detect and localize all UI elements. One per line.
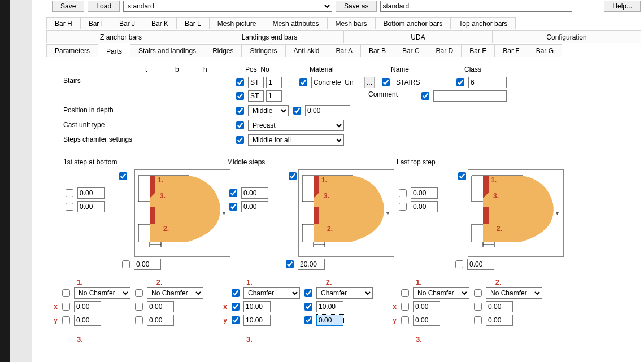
s3-x1[interactable]	[413, 301, 440, 312]
tab-mesh-bars[interactable]: Mesh bars	[327, 17, 376, 29]
tab-bar-e[interactable]: Bar E	[461, 44, 495, 57]
s3-chk2[interactable]	[399, 203, 407, 211]
s3-dropdown-icon[interactable]	[556, 209, 564, 217]
chk-class[interactable]	[456, 78, 464, 86]
s1-chk2[interactable]	[66, 203, 73, 211]
s2-x1-chk[interactable]	[232, 303, 240, 311]
s3-x1-chk[interactable]	[401, 303, 409, 311]
tab-parameters[interactable]: Parameters	[46, 44, 98, 57]
s2-y2-chk[interactable]	[304, 316, 312, 324]
chk-comment[interactable]	[421, 92, 429, 100]
tab-bar-i[interactable]: Bar I	[80, 17, 111, 29]
s2-c2-chk[interactable]	[304, 289, 312, 297]
tab-bar-b[interactable]: Bar B	[360, 44, 394, 57]
tab-bar-c[interactable]: Bar C	[394, 44, 428, 57]
s2-chk-top[interactable]	[289, 172, 297, 180]
s1-c1-chk[interactable]	[62, 289, 70, 297]
s2-x2[interactable]	[316, 301, 343, 312]
s3-v1[interactable]	[411, 187, 438, 199]
s2-c1-chk[interactable]	[232, 289, 240, 297]
s3-y1[interactable]	[413, 315, 440, 326]
s2-v1[interactable]	[241, 187, 268, 199]
tab-bar-l[interactable]: Bar L	[176, 17, 210, 29]
class-input[interactable]	[468, 77, 507, 88]
tab-bar-d[interactable]: Bar D	[428, 44, 462, 57]
s1-x1-chk[interactable]	[62, 303, 70, 311]
s2-c1[interactable]: Chamfer	[243, 287, 300, 299]
tab-bar-g[interactable]: Bar G	[528, 44, 562, 57]
chamfer-combo[interactable]: Middle for all	[248, 134, 344, 146]
chk-posno-1[interactable]	[236, 78, 244, 86]
s2-x2-chk[interactable]	[304, 303, 312, 311]
material-browse-button[interactable]: ...	[364, 77, 375, 88]
s1-v2[interactable]	[77, 201, 105, 212]
preset-left-combo[interactable]: standard	[123, 1, 332, 12]
chk-posdepth-val[interactable]	[293, 107, 301, 115]
tab-bar-h[interactable]: Bar H	[46, 17, 81, 29]
tab-mesh-picture[interactable]: Mesh picture	[209, 17, 265, 29]
tab-config[interactable]: Configuration	[492, 30, 641, 43]
tab-bar-f[interactable]: Bar F	[494, 44, 528, 57]
tab-parts[interactable]: Parts	[98, 45, 130, 58]
s2-v2[interactable]	[241, 201, 268, 212]
s1-x2[interactable]	[147, 301, 174, 312]
tab-uda[interactable]: UDA	[343, 30, 493, 43]
s3-v3[interactable]	[467, 259, 494, 270]
s3-y1-chk[interactable]	[401, 316, 409, 324]
s2-dropdown-icon[interactable]	[386, 209, 394, 217]
tab-anti-skid[interactable]: Anti-skid	[285, 44, 328, 57]
s1-x1[interactable]	[74, 301, 101, 312]
cast-combo[interactable]: Precast	[248, 120, 344, 131]
tab-bar-j[interactable]: Bar J	[111, 17, 143, 29]
s1-chk1[interactable]	[66, 189, 73, 197]
tab-stairs-landings[interactable]: Stairs and landings	[130, 44, 204, 57]
s3-c2-chk[interactable]	[474, 289, 482, 297]
tab-bar-a[interactable]: Bar A	[328, 44, 361, 57]
tab-stringers[interactable]: Stringers	[241, 44, 285, 57]
tab-mesh-attributes[interactable]: Mesh attributes	[264, 17, 327, 29]
chk-name[interactable]	[382, 78, 390, 86]
s1-v3[interactable]	[134, 259, 161, 270]
posno-num-2[interactable]	[266, 90, 282, 102]
s1-c1[interactable]: No Chamfer	[74, 287, 130, 299]
s3-chk-top[interactable]	[458, 172, 466, 180]
chk-posno-2[interactable]	[236, 92, 244, 100]
posno-prefix-1[interactable]	[248, 77, 264, 88]
chk-cast[interactable]	[236, 121, 244, 129]
s2-chk2[interactable]	[229, 203, 237, 211]
s1-c2[interactable]: No Chamfer	[147, 287, 203, 299]
saveas-button[interactable]: Save as	[336, 1, 377, 12]
s3-chk1[interactable]	[399, 189, 407, 197]
s1-chk-top[interactable]	[119, 172, 127, 180]
save-button[interactable]: Save	[52, 1, 84, 12]
s1-y2-chk[interactable]	[135, 316, 143, 324]
posdepth-val[interactable]	[305, 105, 350, 116]
s2-chk3[interactable]	[286, 260, 294, 268]
s1-y2[interactable]	[147, 315, 174, 326]
tab-ridges[interactable]: Ridges	[204, 44, 242, 57]
s1-y1[interactable]	[74, 315, 101, 326]
tab-z-anchor[interactable]: Z anchor bars	[46, 30, 195, 43]
preset-right-input[interactable]	[380, 1, 572, 12]
s3-c1[interactable]: No Chamfer	[413, 287, 469, 299]
s2-y1[interactable]	[243, 315, 271, 326]
posno-prefix-2[interactable]	[248, 90, 264, 102]
s2-y2[interactable]	[316, 315, 343, 326]
s2-x1[interactable]	[243, 301, 271, 312]
s3-c2[interactable]: No Chamfer	[486, 287, 542, 299]
chk-material[interactable]	[299, 78, 307, 86]
tab-bottom-anchor[interactable]: Bottom anchor bars	[375, 17, 451, 29]
s3-x2[interactable]	[486, 301, 513, 312]
chk-chamfer[interactable]	[236, 136, 244, 144]
tab-bar-k[interactable]: Bar K	[143, 17, 177, 29]
s2-v3[interactable]	[298, 259, 325, 270]
s1-chk3[interactable]	[122, 260, 130, 268]
help-button[interactable]: Help...	[604, 1, 641, 12]
load-button[interactable]: Load	[88, 1, 120, 12]
name-input[interactable]	[394, 77, 450, 88]
s2-c2[interactable]: Chamfer	[316, 287, 373, 299]
material-input[interactable]	[311, 77, 362, 88]
comment-input[interactable]	[433, 90, 507, 102]
s3-x2-chk[interactable]	[474, 303, 482, 311]
s3-chk3[interactable]	[455, 260, 463, 268]
